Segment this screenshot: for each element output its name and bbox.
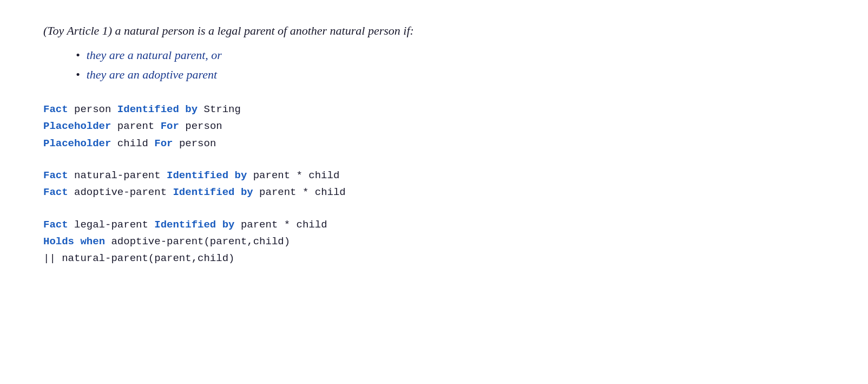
keyword-placeholder-2: Placeholder: [43, 138, 111, 149]
page-container: (Toy Article 1) a natural person is a le…: [43, 22, 825, 268]
keyword-placeholder-1: Placeholder: [43, 120, 111, 132]
keyword-by-2: by: [234, 170, 247, 181]
keyword-fact-3: Fact: [43, 186, 68, 198]
keyword-identified-2: Identified: [167, 170, 228, 181]
code-line-1-1: Fact person Identified by String: [43, 101, 825, 118]
code-line-3-1: Fact legal-parent Identified by parent *…: [43, 217, 825, 233]
keyword-by-3: by: [241, 186, 253, 198]
code-line-1-3: Placeholder child For person: [43, 135, 825, 152]
bullet-list: they are a natural parent, or they are a…: [76, 48, 825, 82]
code-line-2-2: Fact adoptive-parent Identified by paren…: [43, 184, 825, 201]
code-block: Fact person Identified by String Placeho…: [43, 101, 825, 268]
code-section-2: Fact natural-parent Identified by parent…: [43, 167, 825, 201]
code-section-1: Fact person Identified by String Placeho…: [43, 101, 825, 152]
intro-title: (Toy Article 1) a natural person is a le…: [43, 22, 825, 40]
keyword-when: when: [80, 236, 105, 248]
bullet-text-2: they are an adoptive parent: [87, 68, 218, 82]
code-line-3-3: || natural-parent(parent,child): [43, 250, 825, 267]
keyword-identified-3: Identified: [173, 186, 234, 198]
code-section-3: Fact legal-parent Identified by parent *…: [43, 217, 825, 268]
code-line-2-1: Fact natural-parent Identified by parent…: [43, 167, 825, 184]
keyword-for-2: For: [154, 138, 173, 149]
keyword-fact-4: Fact: [43, 219, 68, 231]
keyword-by-4: by: [222, 219, 235, 231]
keyword-for-1: For: [161, 120, 179, 132]
keyword-fact-1: Fact: [43, 103, 68, 115]
code-line-3-2: Holds when adoptive-parent(parent,child): [43, 233, 825, 250]
keyword-fact-2: Fact: [43, 170, 68, 181]
bullet-item-2: they are an adoptive parent: [76, 68, 825, 82]
keyword-holds: Holds: [43, 236, 74, 248]
bullet-text-1: they are a natural parent, or: [87, 48, 222, 62]
code-line-1-2: Placeholder parent For person: [43, 118, 825, 135]
keyword-identified-1: Identified: [117, 103, 179, 115]
keyword-by-1: by: [185, 103, 198, 115]
keyword-identified-4: Identified: [154, 219, 216, 231]
bullet-item-1: they are a natural parent, or: [76, 48, 825, 62]
